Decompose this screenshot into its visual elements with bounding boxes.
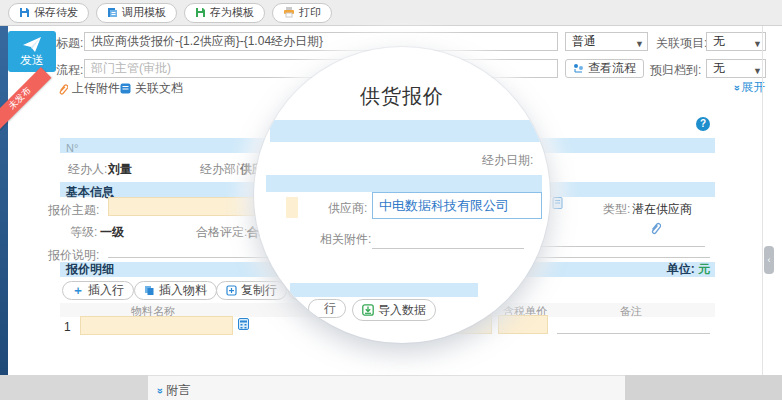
chevron-down-icon: ▼ <box>753 63 762 80</box>
qualification-label: 合格评定: <box>196 224 247 241</box>
prearchive-label: 预归档到: <box>650 62 701 79</box>
related-attachment-label: 相关附件: <box>320 231 371 248</box>
load-template-icon <box>107 7 118 18</box>
magnified-attachment-input[interactable] <box>372 232 524 249</box>
unit-label: 单位: <box>667 262 695 276</box>
number-label: N° <box>60 142 78 154</box>
postscript-label: 附言 <box>166 382 190 399</box>
send-label: 发送 <box>8 52 56 69</box>
view-flow-button[interactable]: 查看流程 <box>565 59 644 78</box>
level-label: 等级: <box>70 224 97 241</box>
magnified-date-label: 经办日期: <box>482 152 533 169</box>
partial-button-label: 行 <box>324 300 336 317</box>
load-template-button[interactable]: 调用模板 <box>96 3 177 23</box>
related-project-value: 无 <box>713 34 725 48</box>
remark-input[interactable] <box>557 317 710 334</box>
footer-postscript-bar: « 附言 <box>148 375 625 400</box>
material-name-input[interactable] <box>80 316 233 335</box>
plus-icon: ＋ <box>72 282 84 299</box>
insert-row-label: 插入行 <box>88 282 124 299</box>
level-value: 一级 <box>100 224 124 241</box>
detail-section-title: 报价明细 <box>60 262 114 277</box>
copy-row-icon <box>226 285 237 296</box>
row-index: 1 <box>64 320 71 334</box>
related-project-label: 关联项目: <box>656 35 707 52</box>
magnified-detail-bar <box>290 283 478 297</box>
panel-collapse-handle[interactable]: ‹ <box>764 246 774 274</box>
print-button[interactable]: 打印 <box>272 3 332 23</box>
supplier-input[interactable]: 中电数据科技有限公司 <box>372 192 542 219</box>
right-separator <box>762 26 763 375</box>
insert-material-label: 插入物料 <box>159 282 207 299</box>
magnifier-lens: 供货报价 经办日期: 供应商: 中电数据科技有限公司 相关附件: 行 导入数据 <box>254 47 550 343</box>
supplier-label: 供应商: <box>328 200 367 217</box>
magnified-section-bar <box>266 175 542 192</box>
left-edge-strip <box>0 26 8 375</box>
print-label: 打印 <box>299 5 321 20</box>
save-pending-label: 保存待发 <box>34 5 78 20</box>
flow-icon <box>573 63 584 74</box>
priority-dropdown[interactable]: 普通 ▼ <box>565 32 648 51</box>
supplier-select-icon[interactable] <box>552 197 563 209</box>
send-button[interactable]: 发送 <box>8 31 56 72</box>
view-flow-label: 查看流程 <box>588 60 636 77</box>
import-icon <box>362 304 374 316</box>
magnified-number-bar <box>270 120 542 142</box>
type-value: 潜在供应商 <box>632 201 692 218</box>
import-data-label: 导入数据 <box>378 302 426 319</box>
chevron-down-icon: ▼ <box>753 36 762 53</box>
title-input[interactable]: 供应商供货报价-{1.2供应商}-{1.04经办日期} <box>84 32 558 51</box>
printer-icon <box>283 7 295 18</box>
related-doc-label: 关联文档 <box>135 80 183 97</box>
handler-value: 刘量 <box>108 161 132 178</box>
chevron-postscript-icon: « <box>153 387 165 393</box>
related-doc-button[interactable]: 关联文档 <box>120 80 183 97</box>
load-template-label: 调用模板 <box>122 5 166 20</box>
unit-indicator: 单位: 元 <box>667 262 715 277</box>
help-icon[interactable]: ? <box>696 117 710 131</box>
quotation-form-page: 保存待发 调用模板 存为模板 打印 发送 标题: 供应商供货报价-{1.2供应商… <box>0 0 782 400</box>
linked-doc-icon <box>120 83 131 94</box>
flow-label: 流程: <box>56 62 83 79</box>
handler-label: 经办人: <box>68 161 107 178</box>
insert-row-button[interactable]: ＋ 插入行 <box>62 281 134 300</box>
copy-row-label: 复制行 <box>241 282 277 299</box>
related-project-dropdown[interactable]: 无 ▼ <box>706 32 766 51</box>
expand-toggle[interactable]: « 展开 <box>733 79 765 96</box>
save-as-template-label: 存为模板 <box>210 5 254 20</box>
footer-right-segment <box>625 375 782 400</box>
top-toolbar: 保存待发 调用模板 存为模板 打印 <box>0 0 782 26</box>
save-blue-icon <box>19 7 30 18</box>
supplier-value: 中电数据科技有限公司 <box>373 193 541 218</box>
basic-info-section-title: 基本信息 <box>60 185 114 199</box>
postscript-toggle[interactable]: « 附言 <box>156 382 190 399</box>
magnified-form-title: 供货报价 <box>254 83 550 110</box>
upload-attachment-label: 上传附件 <box>72 80 120 97</box>
chevron-down-icon: ▼ <box>635 36 644 53</box>
paperclip-icon <box>58 83 68 95</box>
save-as-template-button[interactable]: 存为模板 <box>184 3 265 23</box>
price-input[interactable] <box>498 315 548 334</box>
import-data-button[interactable]: 导入数据 <box>352 299 436 321</box>
upload-attachment-button[interactable]: 上传附件 <box>58 80 120 97</box>
insert-material-button[interactable]: 插入物料 <box>134 281 217 300</box>
priority-value: 普通 <box>572 34 596 48</box>
copy-row-button[interactable]: 复制行 <box>216 281 287 300</box>
save-pending-button[interactable]: 保存待发 <box>8 3 89 23</box>
material-icon <box>144 285 155 296</box>
unit-value: 元 <box>698 262 710 276</box>
magnified-yellow-fragment <box>286 197 298 218</box>
save-green-icon <box>195 7 206 18</box>
footer-left-segment <box>0 375 148 400</box>
prearchive-dropdown[interactable]: 无 ▼ <box>706 59 766 78</box>
material-picker-icon[interactable] <box>238 318 249 330</box>
prearchive-value: 无 <box>713 61 725 75</box>
type-label: 类型: <box>603 201 630 218</box>
title-label: 标题: <box>56 35 83 52</box>
chevron-expand-icon: « <box>730 84 742 90</box>
quote-subject-label: 报价主题: <box>48 202 99 219</box>
